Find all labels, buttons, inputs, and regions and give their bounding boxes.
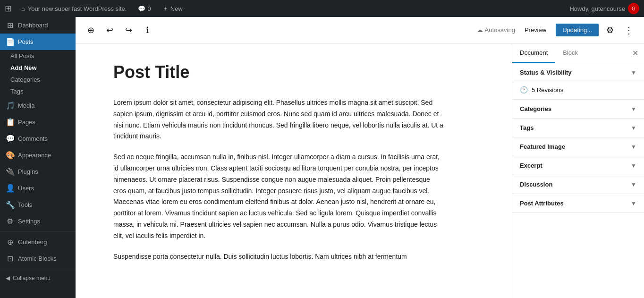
redo-button[interactable]: ↪ [121,23,136,38]
section-categories: Categories ▼ [512,100,644,119]
toolbar-right: ☁ Autosaving Preview Updating... ⚙ ⋮ [477,23,636,38]
new-button[interactable]: ＋ New [159,4,186,13]
sidebar-item-atomic-blocks[interactable]: ⊡ Atomic Blocks [0,250,76,267]
sidebar-item-pages[interactable]: 📋 Pages [0,114,76,130]
editor-area: ⊕ ↩ ↪ ℹ ☁ Autosaving Preview Updati [76,17,644,298]
pages-icon: 📋 [6,118,14,127]
close-icon: ✕ [632,49,638,57]
ellipsis-icon: ⋮ [624,25,634,36]
sidebar-item-settings[interactable]: ⚙ Settings [0,213,76,230]
posts-icon: 📄 [6,37,14,46]
collapse-menu-button[interactable]: ◀ Collapse menu [0,271,76,285]
add-block-icon: ⊕ [87,25,94,35]
chevron-down-icon: ▼ [631,69,636,76]
section-status-visibility: Status & Visibility ▼ [512,63,644,82]
tab-document[interactable]: Document [512,43,555,63]
info-icon: ℹ [146,25,149,35]
site-name-link[interactable]: ⌂ Your new super fast WordPress site. [17,5,130,12]
chevron-down-icon-2: ▼ [631,106,636,112]
more-options-button[interactable]: ⋮ [621,23,636,38]
appearance-icon: 🎨 [6,151,14,160]
comments-button[interactable]: 💬 0 [134,5,154,12]
sidebar-sub-all-posts[interactable]: All Posts [0,50,76,62]
post-attributes-header[interactable]: Post Attributes ▼ [512,194,644,213]
clock-icon: 🕐 [520,86,528,94]
chevron-down-icon-4: ▼ [631,144,636,150]
tools-icon: 🔧 [6,200,14,209]
paragraph-1: Lorem ipsum dolor sit amet, consectetur … [113,97,444,142]
sidebar-item-dashboard[interactable]: ⊞ Dashboard [0,17,76,34]
sidebar-item-tools[interactable]: 🔧 Tools [0,196,76,213]
users-icon: 👤 [6,184,14,193]
collapse-icon: ◀ [6,275,10,281]
paragraph-3: Suspendisse porta consectetur nulla. Dui… [113,251,444,263]
status-visibility-header[interactable]: Status & Visibility ▼ [512,63,644,82]
home-icon: ⌂ [21,5,25,12]
discussion-header[interactable]: Discussion ▼ [512,175,644,194]
sidebar-item-posts[interactable]: 📄 Posts [0,34,76,50]
sidebar-divider [0,231,76,232]
sidebar-sub-tags[interactable]: Tags [0,85,76,97]
settings-button[interactable]: ⚙ [602,23,618,38]
paragraph-2: Sed ac neque fringilla, accumsan nulla i… [113,152,444,241]
undo-button[interactable]: ↩ [102,23,117,38]
update-button[interactable]: Updating... [556,24,599,36]
editor-content: Post Title Lorem ipsum dolor sit amet, c… [76,43,644,298]
section-featured-image: Featured Image ▼ [512,137,644,156]
sidebar-item-comments[interactable]: 💬 Comments [0,130,76,147]
panel-close-button[interactable]: ✕ [627,45,644,61]
gutenberg-icon: ⊕ [6,238,14,247]
cloud-icon: ☁ [477,26,483,34]
section-discussion: Discussion ▼ [512,175,644,194]
section-tags: Tags ▼ [512,119,644,137]
editor-main[interactable]: Post Title Lorem ipsum dolor sit amet, c… [76,43,512,298]
sidebar-item-gutenberg[interactable]: ⊕ Gutenberg [0,234,76,250]
add-block-button[interactable]: ⊕ [83,23,98,38]
section-post-attributes: Post Attributes ▼ [512,194,644,213]
dashboard-icon: ⊞ [6,21,14,30]
admin-bar: ⊞ ⌂ Your new super fast WordPress site. … [0,0,644,17]
post-title[interactable]: Post Title [113,62,474,82]
howdy-section: Howdy, gutencourse G [569,3,639,14]
wp-logo-icon[interactable]: ⊞ [5,3,12,14]
comment-icon: 💬 [138,5,145,12]
categories-header[interactable]: Categories ▼ [512,100,644,118]
gear-icon: ⚙ [606,25,614,35]
autosave-status: ☁ Autosaving [477,26,515,34]
chevron-down-icon-5: ▼ [631,162,636,169]
tab-block[interactable]: Block [555,43,585,63]
undo-icon: ↩ [106,25,113,35]
section-excerpt: Excerpt ▼ [512,156,644,175]
plus-icon: ＋ [162,4,169,13]
avatar[interactable]: G [628,3,639,14]
featured-image-header[interactable]: Featured Image ▼ [512,137,644,156]
sidebar-item-plugins[interactable]: 🔌 Plugins [0,163,76,180]
sidebar-item-users[interactable]: 👤 Users [0,180,76,196]
section-revisions: 🕐 5 Revisions [512,82,644,100]
settings-icon: ⚙ [6,217,14,226]
redo-icon: ↪ [125,25,132,35]
panel-tabs: Document Block ✕ [512,43,644,63]
sidebar: ⊞ Dashboard 📄 Posts All Posts Add New Ca… [0,17,76,298]
media-icon: 🎵 [6,101,14,110]
sidebar-divider-2 [0,269,76,269]
editor-toolbar: ⊕ ↩ ↪ ℹ ☁ Autosaving Preview Updati [76,17,644,43]
panel-sidebar: Document Block ✕ Status & Visibility ▼ [512,43,644,298]
chevron-down-icon-3: ▼ [631,125,636,131]
preview-button[interactable]: Preview [519,24,552,36]
sidebar-item-appearance[interactable]: 🎨 Appearance [0,147,76,163]
plugins-icon: 🔌 [6,167,14,176]
tags-header[interactable]: Tags ▼ [512,119,644,137]
chevron-down-icon-7: ▼ [631,200,636,207]
post-body: Lorem ipsum dolor sit amet, consectetur … [113,97,444,262]
sidebar-sub-categories[interactable]: Categories [0,74,76,85]
chevron-down-icon-6: ▼ [631,181,636,188]
revisions-row[interactable]: 🕐 5 Revisions [512,82,644,99]
atomic-blocks-icon: ⊡ [6,254,14,263]
sidebar-sub-add-new[interactable]: Add New [0,62,76,74]
excerpt-header[interactable]: Excerpt ▼ [512,156,644,175]
comments-icon: 💬 [6,134,14,143]
info-button[interactable]: ℹ [140,23,155,38]
sidebar-item-media[interactable]: 🎵 Media [0,97,76,114]
